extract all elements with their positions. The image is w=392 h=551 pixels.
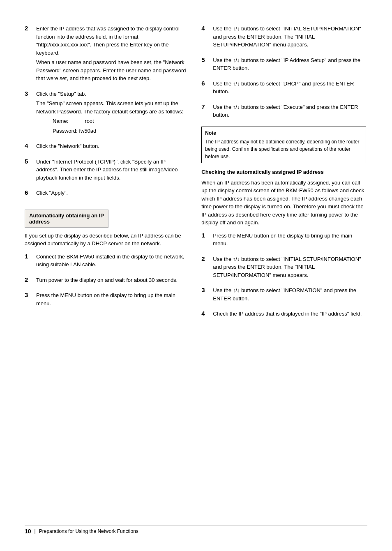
right-step-5-content: Use the ↑/↓ buttons to select "IP Addres…	[213, 56, 366, 74]
auto-sub-step-1-content: Connect the BKM-FW50 installed in the di…	[36, 253, 189, 270]
highlight-box-title-line2: address	[29, 219, 104, 225]
check-sub-step-2-text: Use the ↑/↓ buttons to select "INITIAL S…	[213, 255, 366, 279]
step-3-text-1: Click the "Setup" tab.	[36, 90, 189, 98]
footer-divider: |	[35, 528, 36, 534]
right-step-6: 6 Use the ↑/↓ buttons to select "DHCP" a…	[201, 80, 366, 97]
auto-sub-step-3-content: Press the MENU button on the display to …	[36, 291, 189, 309]
section-heading: Checking the automatically assigned IP a…	[201, 169, 366, 176]
step-2-text-1: Enter the IP address that was assigned t…	[36, 25, 189, 57]
check-sub-step-4-text: Check the IP address that is displayed i…	[213, 310, 362, 318]
right-step-7-content: Use the ↑/↓ buttons to select "Execute" …	[213, 103, 366, 121]
check-sub-step-4-number: 4	[201, 310, 210, 320]
step-5-number: 5	[25, 158, 33, 184]
step-5-content: Under "Internet Protocol (TCP/IP)", clic…	[36, 158, 189, 184]
section-intro: When an IP address has been automaticall…	[201, 179, 366, 227]
auto-sub-step-2-content: Turn power to the display on and wait fo…	[36, 276, 178, 286]
check-sub-step-1-text: Press the MENU button on the display to …	[213, 232, 366, 248]
step-6-number: 6	[25, 189, 33, 199]
right-step-5-number: 5	[201, 56, 210, 74]
highlight-box-title-line1: Automatically obtaining an IP	[29, 212, 104, 219]
auto-sub-step-1-number: 1	[25, 253, 33, 270]
check-sub-step-2: 2 Use the ↑/↓ buttons to select "INITIAL…	[201, 255, 366, 281]
step-3-number: 3	[25, 90, 33, 137]
check-sub-step-3-text: Use the ↑/↓ buttons to select "INFORMATI…	[213, 286, 366, 302]
right-step-5: 5 Use the ↑/↓ buttons to select "IP Addr…	[201, 56, 366, 74]
step-6: 6 Click "Apply".	[25, 189, 189, 199]
right-step-4-number: 4	[201, 25, 210, 51]
auto-ip-intro: If you set up the display as described b…	[25, 232, 189, 248]
step-5: 5 Under "Internet Protocol (TCP/IP)", cl…	[25, 158, 189, 184]
check-sub-step-2-number: 2	[201, 255, 210, 281]
note-label: Note	[205, 129, 362, 137]
step-3-text-4: Password: fw50ad	[36, 127, 189, 135]
check-sub-step-4: 4 Check the IP address that is displayed…	[201, 310, 366, 320]
auto-sub-step-1-text: Connect the BKM-FW50 installed in the di…	[36, 253, 189, 269]
right-step-6-text: Use the ↑/↓ buttons to select "DHCP" and…	[213, 80, 366, 96]
step-3: 3 Click the "Setup" tab. The "Setup" scr…	[25, 90, 189, 137]
auto-sub-step-2-number: 2	[25, 276, 33, 286]
check-sub-step-1: 1 Press the MENU button on the display t…	[201, 232, 366, 249]
right-step-7: 7 Use the ↑/↓ buttons to select "Execute…	[201, 103, 366, 121]
auto-sub-step-3-text: Press the MENU button on the display to …	[36, 291, 189, 307]
auto-sub-step-2-text: Turn power to the display on and wait fo…	[36, 276, 178, 284]
footer-text: Preparations for Using the Network Funct…	[39, 528, 138, 534]
two-column-layout: 2 Enter the IP address that was assigned…	[25, 25, 367, 517]
right-step-5-text: Use the ↑/↓ buttons to select "IP Addres…	[213, 56, 366, 72]
auto-sub-step-3: 3 Press the MENU button on the display t…	[25, 291, 189, 309]
right-step-7-number: 7	[201, 103, 210, 121]
auto-sub-step-3-number: 3	[25, 291, 33, 309]
left-column: 2 Enter the IP address that was assigned…	[25, 25, 189, 517]
right-step-6-number: 6	[201, 80, 210, 97]
right-step-4-content: Use the ↑/↓ buttons to select "INITIAL S…	[213, 25, 366, 51]
check-sub-step-3: 3 Use the ↑/↓ buttons to select "INFORMA…	[201, 286, 366, 304]
step-5-text-1: Under "Internet Protocol (TCP/IP)", clic…	[36, 158, 189, 182]
step-2-text-2: When a user name and password have been …	[36, 58, 189, 83]
note-box: Note The IP address may not be obtained …	[201, 127, 366, 163]
step-2-content: Enter the IP address that was assigned t…	[36, 25, 189, 84]
page: 2 Enter the IP address that was assigned…	[0, 0, 392, 551]
right-step-4: 4 Use the ↑/↓ buttons to select "INITIAL…	[201, 25, 366, 51]
check-sub-step-3-content: Use the ↑/↓ buttons to select "INFORMATI…	[213, 286, 366, 304]
step-4: 4 Click the "Network" button.	[25, 142, 189, 152]
right-step-4-text: Use the ↑/↓ buttons to select "INITIAL S…	[213, 25, 366, 49]
step-3-text-3: Name:root	[36, 117, 189, 125]
step-2-number: 2	[25, 25, 33, 84]
right-step-7-text: Use the ↑/↓ buttons to select "Execute" …	[213, 103, 366, 119]
page-footer: 10 | Preparations for Using the Network …	[25, 525, 367, 535]
step-2: 2 Enter the IP address that was assigned…	[25, 25, 189, 84]
step-4-content: Click the "Network" button.	[36, 142, 99, 152]
check-sub-step-3-number: 3	[201, 286, 210, 304]
right-step-6-content: Use the ↑/↓ buttons to select "DHCP" and…	[213, 80, 366, 97]
check-sub-step-2-content: Use the ↑/↓ buttons to select "INITIAL S…	[213, 255, 366, 281]
check-sub-step-1-content: Press the MENU button on the display to …	[213, 232, 366, 249]
page-number: 10	[25, 528, 31, 535]
step-4-number: 4	[25, 142, 33, 152]
right-column: 4 Use the ↑/↓ buttons to select "INITIAL…	[201, 25, 366, 517]
step-6-text-1: Click "Apply".	[36, 189, 68, 197]
step-3-text-2: The "Setup" screen appears. This screen …	[36, 99, 189, 115]
auto-sub-step-1: 1 Connect the BKM-FW50 installed in the …	[25, 253, 189, 270]
step-4-text-1: Click the "Network" button.	[36, 142, 99, 150]
step-3-content: Click the "Setup" tab. The "Setup" scree…	[36, 90, 189, 137]
auto-sub-step-2: 2 Turn power to the display on and wait …	[25, 276, 189, 286]
note-text: The IP address may not be obtained corre…	[205, 138, 362, 160]
highlight-box: Automatically obtaining an IP address	[25, 210, 108, 228]
step-6-content: Click "Apply".	[36, 189, 68, 199]
check-sub-step-4-content: Check the IP address that is displayed i…	[213, 310, 362, 320]
check-sub-step-1-number: 1	[201, 232, 210, 249]
